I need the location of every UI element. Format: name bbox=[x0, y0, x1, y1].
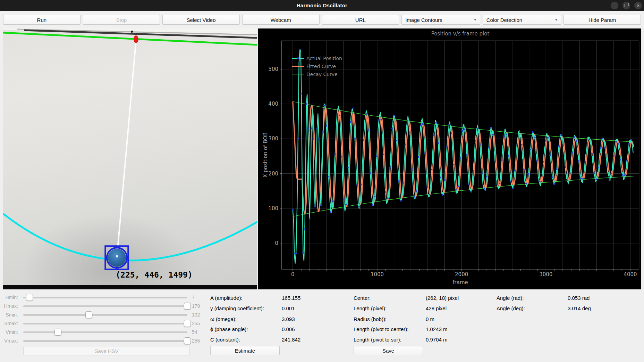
smax-slider-row: Smax: 255 bbox=[0, 320, 208, 327]
svg-text:300: 300 bbox=[268, 135, 278, 142]
svg-text:0: 0 bbox=[291, 271, 295, 278]
smin-slider-row: Smin: 102 bbox=[0, 311, 208, 319]
angle-rad-label: Angle (rad): bbox=[497, 295, 524, 301]
slider-handle[interactable] bbox=[184, 320, 191, 327]
minimize-icon: – bbox=[613, 3, 616, 8]
hide-param-button[interactable]: Hide Param bbox=[564, 15, 641, 25]
damping-label: γ (damping coefficient): bbox=[210, 305, 264, 311]
app-window: Harmonic Oscillator – ✕ Run Stop Select … bbox=[0, 0, 644, 362]
chevron-down-icon: ▼ bbox=[554, 18, 558, 22]
length-pivot-center-label: Length (pivot to center): bbox=[354, 326, 408, 332]
save-button[interactable]: Save bbox=[354, 346, 423, 355]
plot-x-axis-label: frame bbox=[281, 279, 639, 286]
svg-text:500: 500 bbox=[268, 66, 278, 72]
angle-rad-value: 0.053 rad bbox=[568, 295, 590, 301]
contour-coordinates-text: (225, 446, 1499) bbox=[114, 270, 194, 279]
slider-handle[interactable] bbox=[26, 294, 33, 301]
webcam-button[interactable]: Webcam bbox=[242, 15, 320, 25]
dropdown-divider bbox=[470, 17, 470, 22]
vmax-label: Vmax: bbox=[0, 338, 18, 344]
length-pivot-sur-value: 0.9704 m bbox=[426, 337, 448, 343]
slider-handle[interactable] bbox=[85, 311, 92, 318]
vmin-value: 54 bbox=[192, 329, 197, 335]
angle-deg-value: 3.014 deg bbox=[568, 305, 591, 311]
phase-value: 0.006 bbox=[282, 326, 295, 332]
angle-deg-label: Angle (deg): bbox=[497, 305, 525, 311]
window-controls: – ✕ bbox=[611, 2, 642, 9]
length-pivot-sur-label: Length (pivot to sur): bbox=[354, 337, 401, 343]
legend-marker-dot bbox=[297, 57, 299, 59]
close-button[interactable]: ✕ bbox=[634, 2, 642, 9]
bob-center-dot bbox=[116, 255, 118, 257]
run-button[interactable]: Run bbox=[3, 15, 80, 25]
parameter-panel: Hmin: 7 Hmax: 179 Smin: 102 Smax: 255 Vm… bbox=[0, 290, 644, 362]
plot-legend: Actual Position Fitted Curve Decay Curve bbox=[292, 54, 342, 78]
close-icon: ✕ bbox=[636, 3, 639, 8]
estimate-button[interactable]: Estimate bbox=[210, 346, 280, 355]
hsv-slider-group: Hmin: 7 Hmax: 179 Smin: 102 Smax: 255 Vm… bbox=[0, 290, 208, 362]
vmin-slider[interactable] bbox=[23, 331, 187, 333]
pendulum-string bbox=[117, 40, 136, 257]
vmin-slider-row: Vmin: 54 bbox=[0, 329, 208, 336]
smin-slider[interactable] bbox=[23, 314, 187, 316]
vmax-value: 255 bbox=[192, 338, 200, 344]
amplitude-label: A (amplitude): bbox=[210, 295, 243, 301]
amplitude-value: 165.155 bbox=[282, 295, 300, 301]
chevron-down-icon: ▼ bbox=[474, 18, 477, 22]
legend-label: Decay Curve bbox=[306, 72, 338, 77]
smin-label: Smin: bbox=[0, 312, 18, 318]
constant-label: C (constant): bbox=[210, 337, 240, 343]
vmax-slider[interactable] bbox=[23, 340, 187, 342]
select-video-button[interactable]: Select Video bbox=[162, 15, 240, 25]
slider-handle[interactable] bbox=[54, 329, 61, 336]
length-pivot-center-value: 1.0243 m bbox=[426, 326, 448, 332]
svg-text:3000: 3000 bbox=[539, 271, 552, 278]
hmin-value: 7 bbox=[192, 295, 195, 300]
slider-handle[interactable] bbox=[184, 337, 191, 344]
hmin-label: Hmin: bbox=[0, 295, 18, 300]
smax-slider[interactable] bbox=[23, 323, 187, 324]
save-hsv-button[interactable]: Save HSV bbox=[23, 347, 190, 355]
length-pixel-label: Length (pixel): bbox=[354, 305, 387, 311]
stop-button[interactable]: Stop bbox=[83, 15, 160, 25]
legend-label: Actual Position bbox=[306, 56, 342, 61]
hmax-slider-row: Hmax: 179 bbox=[0, 303, 208, 310]
legend-label: Fitted Curve bbox=[306, 64, 336, 69]
damping-value: 0.001 bbox=[282, 305, 295, 311]
vmin-label: Vmin: bbox=[0, 329, 18, 335]
radius-bob-label: Radius (bob)): bbox=[354, 316, 387, 322]
maximize-button[interactable] bbox=[622, 2, 630, 9]
legend-line-sample bbox=[292, 57, 304, 60]
dropdown-divider bbox=[551, 17, 551, 22]
hmin-slider[interactable] bbox=[23, 297, 187, 298]
image-contours-dropdown[interactable]: Image Contours ▼ bbox=[401, 15, 480, 25]
legend-item-actual-position: Actual Position bbox=[292, 54, 342, 62]
slider-handle[interactable] bbox=[184, 303, 191, 310]
legend-line-sample bbox=[292, 73, 304, 76]
swing-arc bbox=[3, 214, 257, 261]
url-button[interactable]: URL bbox=[322, 15, 399, 25]
video-overlay-graphics bbox=[3, 28, 257, 289]
omega-value: 3.093 bbox=[282, 316, 295, 322]
toolbar: Run Stop Select Video Webcam URL Image C… bbox=[0, 11, 644, 28]
legend-line-sample bbox=[292, 65, 304, 68]
color-detection-dropdown[interactable]: Color Detection ▼ bbox=[483, 15, 561, 25]
svg-text:200: 200 bbox=[268, 171, 278, 177]
svg-text:2000: 2000 bbox=[455, 271, 468, 278]
smax-label: Smax: bbox=[0, 321, 18, 326]
pendulum-bob bbox=[108, 249, 126, 267]
hmax-slider[interactable] bbox=[23, 305, 187, 307]
plot-title: Position v/s frame plot bbox=[281, 31, 639, 37]
title-bar: Harmonic Oscillator – ✕ bbox=[0, 0, 644, 11]
length-pixel-value: 428 pixel bbox=[426, 305, 447, 311]
rod-marker-dot bbox=[131, 31, 133, 33]
minimize-button[interactable]: – bbox=[611, 2, 618, 9]
smax-value: 255 bbox=[192, 321, 200, 326]
image-contours-label: Image Contours bbox=[405, 17, 442, 23]
window-title: Harmonic Oscillator bbox=[0, 0, 644, 11]
pivot-dot bbox=[134, 35, 138, 43]
omega-label: ω (omega): bbox=[210, 316, 237, 322]
video-bottom-strip bbox=[3, 285, 257, 289]
plot-panel: Position v/s frame plot X position of BO… bbox=[258, 28, 641, 289]
center-value: (262, 18) pixel bbox=[426, 295, 459, 301]
